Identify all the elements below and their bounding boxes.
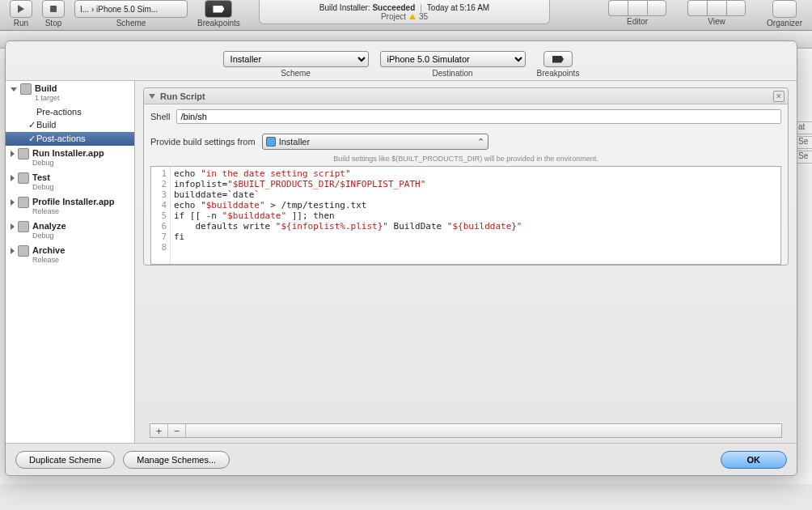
app-icon	[18, 148, 29, 159]
sheet-footer: Duplicate Scheme Manage Schemes... OK	[6, 443, 797, 475]
provide-hint: Build settings like $(BUILT_PRODUCTS_DIR…	[144, 155, 788, 166]
sidebar-item-profile[interactable]: Profile Installer.appRelease	[6, 194, 134, 219]
disclosure-icon	[11, 151, 15, 157]
disclosure-icon	[149, 94, 155, 99]
analyze-icon	[18, 221, 29, 232]
stop-button[interactable]	[42, 0, 65, 18]
shell-label: Shell	[150, 112, 170, 121]
gear-icon	[20, 83, 32, 95]
provide-label: Provide build settings from	[150, 137, 256, 147]
provide-settings-select[interactable]: Installer ⌃	[262, 134, 488, 150]
sidebar-item-pre-actions[interactable]: Pre-actions	[6, 105, 134, 118]
stop-label: Stop	[45, 19, 62, 28]
scheme-selector[interactable]: I... › iPhone 5.0 Sim...	[74, 0, 188, 18]
sidebar-item-run[interactable]: Run Installer.appDebug	[6, 146, 134, 170]
disclosure-icon	[11, 199, 15, 206]
sheet-main: Run Script ✕ Shell Provide build setting…	[135, 81, 797, 443]
editor-mode-segmented[interactable]	[608, 0, 666, 16]
view-util-button[interactable]	[726, 0, 746, 16]
stop-icon	[50, 6, 57, 12]
panel-title: Run Script	[160, 91, 205, 101]
target-icon	[266, 137, 276, 147]
run-label: Run	[14, 19, 28, 28]
action-add-remove-bar: + −	[150, 423, 782, 438]
sheet-breakpoints-toggle[interactable]	[543, 51, 573, 67]
run-script-panel: Run Script ✕ Shell Provide build setting…	[143, 87, 789, 266]
breakpoints-label: Breakpoints	[197, 19, 240, 28]
sidebar-item-analyze[interactable]: AnalyzeDebug	[6, 219, 134, 243]
warning-icon	[409, 14, 416, 19]
line-gutter: 1 2 3 4 5 6 7 8	[151, 167, 171, 264]
breakpoint-icon	[213, 6, 224, 13]
scheme-label: Scheme	[116, 19, 146, 28]
breakpoints-toggle[interactable]	[205, 0, 232, 18]
profile-icon	[18, 197, 29, 208]
panel-close-button[interactable]: ✕	[773, 91, 785, 102]
panel-titlebar: Run Script ✕	[144, 88, 788, 104]
peek-panel: at Se Se	[796, 121, 812, 165]
version-editor-button[interactable]	[647, 0, 666, 16]
view-debug-button[interactable]	[707, 0, 726, 16]
sidebar-item-archive[interactable]: ArchiveRelease	[6, 243, 134, 267]
scheme-editor-sheet: Installer Scheme iPhone 5.0 Simulator De…	[5, 40, 797, 476]
status-time: Today at 5:16 AM	[427, 3, 489, 12]
sheet-header: Installer Scheme iPhone 5.0 Simulator De…	[6, 41, 797, 80]
sheet-destination-select[interactable]: iPhone 5.0 Simulator	[380, 51, 526, 67]
scheme-sidebar: Build1 target Pre-actions ✓Build ✓Post-a…	[6, 81, 135, 443]
view-nav-button[interactable]	[687, 0, 707, 16]
sheet-scheme-select[interactable]: Installer	[223, 51, 369, 67]
sidebar-item-test[interactable]: TestDebug	[6, 170, 134, 194]
manage-schemes-button[interactable]: Manage Schemes...	[123, 451, 230, 469]
script-code[interactable]: echo "in the date setting script"infopli…	[171, 167, 780, 264]
disclosure-icon	[11, 87, 17, 91]
breakpoint-icon	[552, 56, 564, 63]
main-toolbar: Run Stop I... › iPhone 5.0 Sim... Scheme…	[0, 0, 812, 31]
disclosure-icon	[11, 175, 15, 181]
archive-icon	[18, 245, 29, 257]
standard-editor-button[interactable]	[608, 0, 628, 16]
play-icon	[18, 5, 24, 13]
script-editor[interactable]: 1 2 3 4 5 6 7 8 echo "in the date settin…	[150, 166, 781, 265]
disclosure-icon	[11, 223, 15, 230]
remove-action-button[interactable]: −	[168, 424, 186, 437]
warning-count: 35	[419, 12, 428, 21]
view-segmented[interactable]	[687, 0, 746, 16]
status-result: Succeeded	[372, 3, 415, 12]
run-button[interactable]	[10, 0, 32, 18]
sidebar-item-build-step[interactable]: ✓Build	[6, 118, 134, 132]
add-action-button[interactable]: +	[150, 424, 168, 437]
sidebar-item-build[interactable]: Build1 target	[6, 81, 134, 105]
duplicate-scheme-button[interactable]: Duplicate Scheme	[15, 451, 115, 469]
assistant-editor-button[interactable]	[628, 0, 647, 16]
ok-button[interactable]: OK	[721, 451, 788, 469]
test-icon	[18, 172, 29, 184]
disclosure-icon	[11, 248, 15, 254]
organizer-button[interactable]	[772, 0, 797, 18]
activity-status: Build Installer: Succeeded|Today at 5:16…	[259, 0, 550, 24]
sidebar-item-post-actions[interactable]: ✓Post-actions	[6, 132, 134, 146]
shell-input[interactable]	[176, 109, 781, 124]
